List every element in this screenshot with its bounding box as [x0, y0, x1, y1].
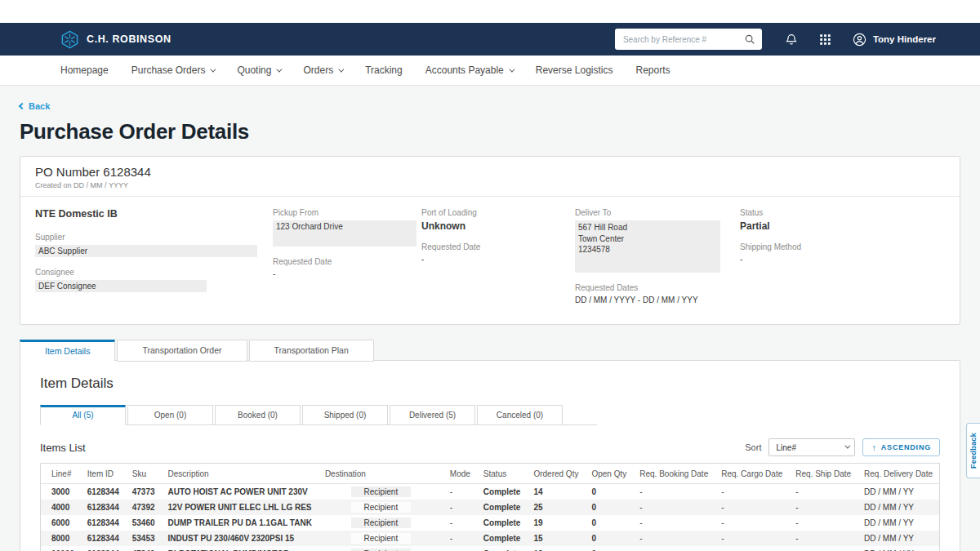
nav-item-accounts-payable[interactable]: Accounts Payable	[425, 64, 513, 76]
table-cell: 4000	[41, 500, 81, 515]
table-cell: -	[715, 546, 789, 551]
nav-item-reverse-logistics[interactable]: Reverse Logistics	[536, 64, 613, 76]
table-cell: Complete	[477, 531, 528, 546]
feedback-button[interactable]: Feedback	[966, 423, 980, 478]
table-cell: 6000	[41, 515, 81, 531]
brand-logo[interactable]: C.H. ROBINSON	[60, 30, 172, 49]
item-details-card: Item Details All (5)Open (0)Booked (0)Sh…	[20, 360, 960, 551]
sort-select[interactable]: Line#	[768, 438, 855, 456]
table-cell: 8000	[41, 531, 81, 546]
detail-tab[interactable]: Transportation Order	[117, 340, 247, 362]
pickup-from-value: 123 Orchard Drive	[273, 220, 416, 247]
table-cell: -	[443, 546, 477, 551]
table-cell: -	[715, 515, 789, 531]
nav-item-orders[interactable]: Orders	[303, 64, 342, 76]
destination-chip: Recipient	[351, 502, 412, 513]
item-details-heading: Item Details	[40, 375, 940, 392]
filter-tab[interactable]: Delivered (5)	[390, 405, 475, 425]
column-header: Req. Booking Date	[633, 464, 715, 484]
table-cell: BI-ROTATIONAL PUMP/MOTOR	[162, 546, 318, 551]
table-cell: 12V POWER UNIT ELEC LHL LG RES	[162, 500, 318, 515]
back-link[interactable]: Back	[20, 101, 50, 111]
search-input[interactable]	[615, 29, 762, 50]
filter-tab[interactable]: Open (0)	[127, 405, 213, 425]
items-table: Line#Item IDSkuDescriptionDestinationMod…	[40, 463, 940, 551]
deliver-requested-dates-value: DD / MM / YYYY - DD / MM / YYY	[575, 295, 740, 304]
search-box	[615, 29, 762, 50]
nav-item-quoting[interactable]: Quoting	[237, 64, 280, 76]
detail-tab[interactable]: Item Details	[20, 340, 115, 362]
table-row[interactable]: 8000612834453453INDUST PU 230/460V 2320P…	[41, 531, 940, 546]
table-cell: -	[789, 546, 858, 551]
nav-item-homepage[interactable]: Homepage	[60, 64, 109, 76]
notifications-bell-icon[interactable]	[785, 33, 798, 46]
chevron-down-icon	[211, 66, 216, 72]
arrow-up-icon: ↑	[871, 442, 876, 452]
table-cell: Recipient	[318, 515, 443, 531]
table-cell: Complete	[477, 484, 528, 500]
table-cell: AUTO HOIST AC POWER UNIT 230V	[162, 484, 318, 500]
table-cell: 19	[527, 515, 585, 531]
sort-label: Sort	[745, 442, 761, 452]
table-cell: 0	[585, 484, 633, 500]
table-cell: 10000	[41, 546, 81, 551]
column-header: Description	[162, 464, 318, 484]
nav-item-reports[interactable]: Reports	[636, 64, 670, 76]
po-number: PO Number 6128344	[35, 165, 945, 179]
filter-tab[interactable]: Canceled (0)	[477, 405, 563, 425]
shipping-method-label: Shipping Method	[740, 242, 945, 251]
column-header: Item ID	[81, 464, 126, 484]
pickup-requested-date-label: Requested Date	[273, 257, 421, 266]
table-cell: Complete	[477, 500, 528, 515]
content: Back Purchase Order Details PO Number 61…	[0, 86, 980, 551]
status-label: Status	[740, 208, 945, 217]
detail-tab[interactable]: Transportation Plan	[249, 340, 374, 362]
table-row[interactable]: 3000612834447373AUTO HOIST AC POWER UNIT…	[41, 484, 940, 500]
filter-tab[interactable]: Booked (0)	[215, 405, 301, 425]
table-row[interactable]: 10000612834447349BI-ROTATIONAL PUMP/MOTO…	[41, 546, 940, 551]
apps-grid-icon[interactable]	[819, 33, 831, 46]
table-cell: INDUST PU 230/460V 2320PSI 15	[162, 531, 318, 546]
deliver-to-value: 567 Hill Road Town Center 1234578	[575, 220, 720, 273]
table-cell: -	[443, 531, 477, 546]
po-summary-card: PO Number 6128344 Created on DD / MM / Y…	[20, 156, 960, 325]
supplier-label: Supplier	[35, 233, 273, 242]
filter-tab[interactable]: All (5)	[40, 405, 126, 425]
table-cell: 47373	[126, 484, 162, 500]
nav-item-purchase-orders[interactable]: Purchase Orders	[131, 64, 215, 76]
consignee-value: DEF Consignee	[35, 280, 207, 292]
nav-item-tracking[interactable]: Tracking	[365, 64, 403, 76]
column-header: Open Qty	[585, 464, 633, 484]
table-cell: DD / MM / YY	[858, 515, 939, 531]
table-row[interactable]: 400061283444739212V POWER UNIT ELEC LHL …	[41, 500, 940, 515]
pickup-requested-date-value: -	[273, 269, 421, 278]
port-requested-date-value: -	[421, 255, 575, 264]
sort-direction-button[interactable]: ↑ ASCENDING	[862, 438, 940, 456]
supplier-value: ABC Supplier	[35, 245, 257, 257]
destination-chip: Recipient	[351, 518, 412, 528]
user-menu[interactable]: Tony Hinderer	[853, 33, 936, 47]
items-table-body: 3000612834447373AUTO HOIST AC POWER UNIT…	[41, 484, 940, 551]
deliver-requested-dates-label: Requested Dates	[575, 283, 740, 292]
table-cell: Recipient	[318, 484, 443, 500]
table-cell: Complete	[477, 546, 528, 551]
search-icon[interactable]	[744, 33, 755, 45]
items-table-header-row: Line#Item IDSkuDescriptionDestinationMod…	[41, 464, 940, 484]
table-row[interactable]: 6000612834453460DUMP TRAILER PU DA 1.1GA…	[41, 515, 940, 531]
user-avatar-icon	[853, 33, 866, 47]
destination-chip: Recipient	[351, 533, 412, 544]
filter-tab[interactable]: Shipped (0)	[302, 405, 388, 425]
column-header: Line#	[41, 464, 81, 484]
brand-name: C.H. ROBINSON	[87, 33, 172, 45]
table-cell: -	[633, 515, 715, 531]
table-cell: 53453	[126, 531, 162, 546]
table-cell: 6128344	[81, 531, 126, 546]
table-cell: -	[633, 500, 715, 515]
chevron-down-icon	[277, 66, 283, 72]
table-cell: 0	[585, 546, 633, 551]
table-cell: 15	[527, 531, 585, 546]
table-cell: 18	[527, 546, 585, 551]
main-nav: Homepage Purchase Orders Quoting Orders …	[0, 56, 980, 86]
port-of-loading-value: Unknown	[421, 220, 575, 232]
table-cell: -	[789, 484, 858, 500]
